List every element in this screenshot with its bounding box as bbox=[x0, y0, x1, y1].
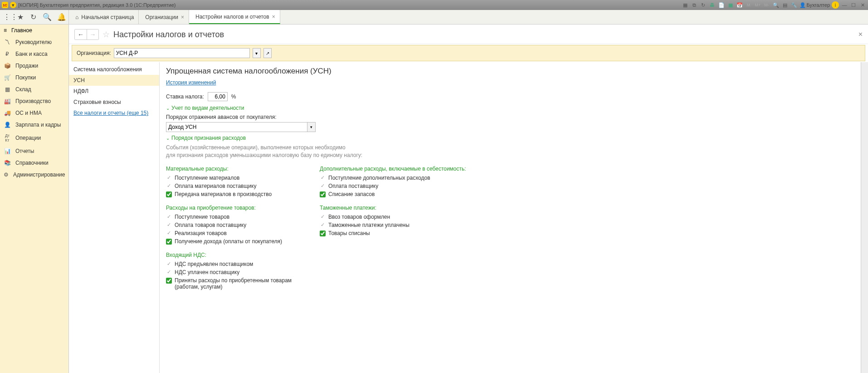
check-gd-3: ✓Реализация товаров bbox=[166, 229, 293, 237]
org-open-button[interactable]: ↗ bbox=[263, 48, 272, 58]
check-add-1: ✓Поступление дополнительных расходов bbox=[320, 174, 466, 182]
window-minimize-icon[interactable]: — bbox=[841, 1, 848, 9]
close-icon[interactable]: × bbox=[181, 14, 184, 20]
nav-item-sales[interactable]: 📦Продажи bbox=[0, 60, 68, 72]
nav-item-bank[interactable]: ₽Банк и касса bbox=[0, 48, 68, 60]
titlebar-calendar-icon[interactable]: 📅 bbox=[736, 1, 743, 9]
titlebar-tool-2-icon[interactable]: ⧉ bbox=[691, 1, 698, 9]
org-dropdown-button[interactable]: ▾ bbox=[253, 48, 261, 58]
titlebar-m1-icon[interactable]: M bbox=[745, 1, 752, 9]
nav-label: Производство bbox=[15, 98, 51, 104]
check-cus-3[interactable]: Товары списаны bbox=[320, 229, 466, 237]
titlebar-wrench-icon[interactable]: 🔧 bbox=[790, 1, 798, 9]
activity-section-header[interactable]: ⌄ Учет по видам деятельности bbox=[166, 105, 854, 111]
tab-home[interactable]: ⌂ Начальная страница bbox=[69, 10, 139, 24]
group-vat: Входящий НДС: bbox=[166, 252, 293, 258]
favorite-star-icon[interactable]: ☆ bbox=[102, 29, 110, 39]
titlebar-grid-icon[interactable]: ▦ bbox=[727, 1, 734, 9]
close-icon[interactable]: × bbox=[272, 14, 275, 20]
page-header: ← → ☆ Настройки налогов и отчетов × bbox=[69, 25, 868, 44]
titlebar-m2-icon[interactable]: M+ bbox=[754, 1, 761, 9]
settings-nav-all-link[interactable]: Все налоги и отчеты (еще 15) bbox=[69, 108, 159, 118]
titlebar-zoom-icon[interactable]: 🔍 bbox=[772, 1, 780, 9]
check-icon: ✓ bbox=[166, 222, 172, 228]
tab-organizations[interactable]: Организации × bbox=[139, 10, 189, 24]
check-gd-1: ✓Поступление товаров bbox=[166, 213, 293, 221]
nav-item-purchases[interactable]: 🛒Покупки bbox=[0, 72, 68, 83]
check-icon: ✓ bbox=[166, 230, 172, 236]
nav-item-references[interactable]: 📚Справочники bbox=[0, 157, 68, 169]
back-button[interactable]: ← bbox=[75, 29, 87, 39]
nav-collapse-button[interactable]: ≡ Главное bbox=[0, 25, 68, 36]
scrollbar[interactable] bbox=[861, 62, 868, 373]
tax-rate-input[interactable] bbox=[208, 92, 228, 101]
titlebar-tool-3-icon[interactable]: ↻ bbox=[700, 1, 707, 9]
journal-icon: Дт Кт bbox=[4, 133, 11, 142]
notifications-icon[interactable]: 🔔 bbox=[58, 13, 66, 21]
advance-select[interactable]: Доход УСН ▾ bbox=[166, 122, 316, 132]
nav-item-reports[interactable]: 📊Отчеты bbox=[0, 145, 68, 157]
check-icon: ✓ bbox=[320, 214, 326, 220]
check-mat-3[interactable]: Передача материалов в производство bbox=[166, 190, 293, 198]
left-navigation: ≡ Главное 〽Руководителю ₽Банк и касса 📦П… bbox=[0, 25, 69, 373]
check-gd-4[interactable]: Получение дохода (оплаты от покупателя) bbox=[166, 237, 293, 245]
nav-item-admin[interactable]: ⚙Администрирование bbox=[0, 169, 68, 181]
window-close-icon[interactable]: ✕ bbox=[859, 1, 866, 9]
chart-icon: 〽 bbox=[4, 39, 11, 45]
nav-item-manager[interactable]: 〽Руководителю bbox=[0, 36, 68, 48]
nav-label: Зарплата и кадры bbox=[15, 122, 61, 128]
nav-label: Отчеты bbox=[15, 148, 34, 154]
settings-nav-system[interactable]: Система налогообложения bbox=[69, 64, 159, 75]
group-material: Материальные расходы: bbox=[166, 166, 293, 172]
titlebar-print-icon[interactable]: 🖶 bbox=[709, 1, 716, 9]
nav-label: ОС и НМА bbox=[15, 110, 42, 116]
check-gd-2: ✓Оплата товаров поставщику bbox=[166, 221, 293, 229]
check-add-3[interactable]: Списание запасов bbox=[320, 190, 466, 198]
history-icon[interactable]: ↻ bbox=[30, 13, 37, 21]
nav-item-payroll[interactable]: 👤Зарплата и кадры bbox=[0, 119, 68, 131]
chevron-down-icon[interactable]: ▾ bbox=[307, 123, 315, 132]
check-cus-2: ✓Таможенные платежи уплачены bbox=[320, 221, 466, 229]
select-value: Доход УСН bbox=[168, 124, 196, 130]
nav-label: Банк и касса bbox=[15, 51, 48, 57]
settings-nav-ndfl[interactable]: НДФЛ bbox=[69, 86, 159, 97]
check-mat-2: ✓Оплата материалов поставщику bbox=[166, 182, 293, 190]
titlebar-tool-1-icon[interactable]: ▦ bbox=[682, 1, 689, 9]
search-icon[interactable]: 🔍 bbox=[43, 13, 51, 21]
dropdown-icon[interactable]: ▾ bbox=[10, 2, 16, 8]
nav-label: Администрирование bbox=[13, 172, 65, 178]
check-vat-2: ✓НДС уплачен поставщику bbox=[166, 268, 293, 276]
window-title: [КОПИЯ] Бухгалтерия предприятия, редакци… bbox=[18, 2, 176, 8]
forward-button[interactable]: → bbox=[87, 29, 98, 39]
titlebar-list-icon[interactable]: ▤ bbox=[781, 1, 789, 9]
titlebar-doc-icon[interactable]: 📄 bbox=[718, 1, 725, 9]
check-vat-3[interactable]: Приняты расходы по приобретенным товарам… bbox=[166, 276, 293, 291]
tab-tax-settings[interactable]: Настройки налогов и отчетов × bbox=[189, 10, 280, 24]
tab-org-label: Организации bbox=[145, 14, 178, 20]
titlebar-m3-icon[interactable]: M- bbox=[763, 1, 770, 9]
truck-icon: 🚚 bbox=[4, 110, 11, 116]
user-indicator[interactable]: 👤 Бухгалтер bbox=[800, 2, 830, 8]
titlebar-info-icon[interactable]: i bbox=[832, 1, 839, 9]
nav-item-fixed-assets[interactable]: 🚚ОС и НМА bbox=[0, 107, 68, 119]
advance-label: Порядок отражения авансов от покупателя: bbox=[166, 114, 854, 120]
nav-item-production[interactable]: 🏭Производство bbox=[0, 95, 68, 107]
nav-item-operations[interactable]: Дт КтОперации bbox=[0, 131, 68, 145]
group-goods: Расходы на приобретение товаров: bbox=[166, 205, 293, 211]
settings-nav-insurance[interactable]: Страховые взносы bbox=[69, 97, 159, 108]
history-link[interactable]: История изменений bbox=[166, 79, 216, 86]
window-maximize-icon[interactable]: ☐ bbox=[850, 1, 857, 9]
book-icon: 📚 bbox=[4, 160, 11, 166]
settings-detail: Упрощенная система налогообложения (УСН)… bbox=[160, 62, 861, 373]
expense-section-header[interactable]: ⌄ Порядок признания расходов bbox=[166, 135, 854, 141]
chevron-down-icon: ⌄ bbox=[166, 106, 170, 111]
organization-input[interactable] bbox=[114, 48, 250, 58]
check-icon: ✓ bbox=[166, 269, 172, 275]
favorite-icon[interactable]: ★ bbox=[17, 13, 24, 21]
nav-label: Покупки bbox=[15, 74, 36, 81]
apps-icon[interactable]: ⋮⋮⋮ bbox=[3, 13, 11, 21]
nav-item-stock[interactable]: ▦Склад bbox=[0, 83, 68, 95]
check-icon: ✓ bbox=[166, 261, 172, 267]
settings-nav-usn[interactable]: УСН bbox=[69, 75, 159, 86]
close-page-button[interactable]: × bbox=[858, 30, 863, 39]
